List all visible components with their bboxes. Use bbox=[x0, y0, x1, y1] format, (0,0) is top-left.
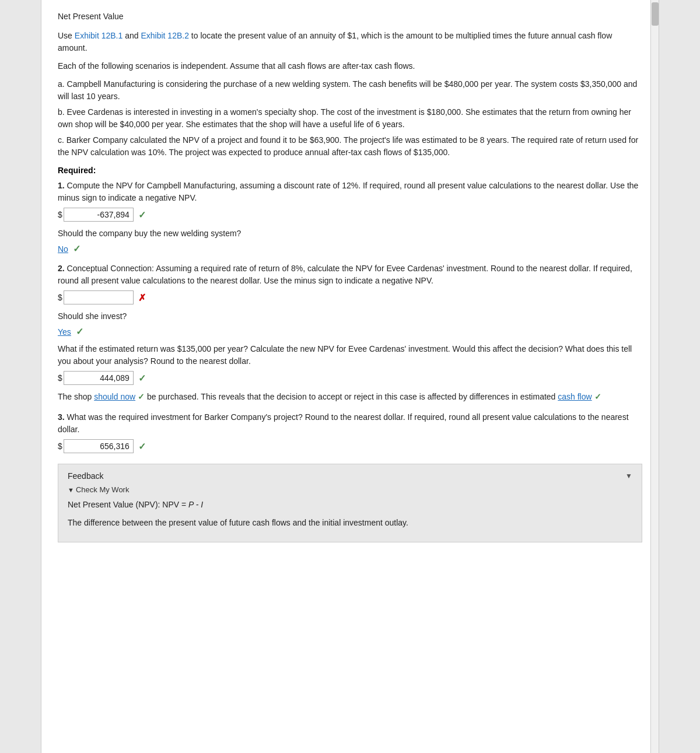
feedback-box: Feedback ▼ Check My Work Net Present Val… bbox=[58, 464, 642, 542]
q2-subq-check: ✓ bbox=[138, 373, 146, 384]
q3-check-icon: ✓ bbox=[138, 441, 146, 452]
scenario-c: c. Barker Company calculated the NPV of … bbox=[58, 134, 642, 159]
required-label: Required: bbox=[58, 166, 642, 175]
q1-answer-input[interactable] bbox=[64, 208, 134, 222]
q2-subq-input-row: $ ✓ bbox=[58, 371, 642, 385]
q1-input-row: $ ✓ bbox=[58, 208, 642, 222]
exhibit1-link[interactable]: Exhibit 12B.1 bbox=[75, 31, 123, 40]
feedback-collapse-icon[interactable]: ▼ bbox=[625, 472, 632, 480]
feedback-title: Feedback bbox=[68, 471, 103, 481]
q2-followup-answer[interactable]: Yes bbox=[58, 327, 71, 337]
q1-followup-answer-row: No ✓ bbox=[58, 243, 642, 254]
page-container: Net Present Value Use Exhibit 12B.1 and … bbox=[41, 0, 659, 753]
q2-followup-answer-row: Yes ✓ bbox=[58, 326, 642, 337]
question-3-block: 3. What was the required investment for … bbox=[58, 411, 642, 453]
q3-dollar: $ bbox=[58, 442, 62, 451]
feedback-line1: Net Present Value (NPV): NPV = P - I bbox=[68, 499, 632, 511]
exhibit2-link[interactable]: Exhibit 12B.2 bbox=[141, 31, 189, 40]
q2-narrative: The shop should now✓ be purchased. This … bbox=[58, 391, 642, 403]
question-2-block: 2. Conceptual Connection: Assuming a req… bbox=[58, 262, 642, 403]
q2-narrative1: The shop bbox=[58, 392, 94, 401]
question-1-block: 1. Compute the NPV for Campbell Manufact… bbox=[58, 180, 642, 254]
feedback-formula: P - I bbox=[188, 500, 203, 509]
q2-inline-check2: ✓ bbox=[594, 392, 601, 401]
scrollbar-thumb[interactable] bbox=[652, 2, 659, 26]
q2-subq-text: What if the estimated return was $135,00… bbox=[58, 343, 642, 367]
q1-check-icon: ✓ bbox=[138, 209, 146, 220]
q2-inline-check1: ✓ bbox=[138, 392, 145, 401]
feedback-header: Feedback ▼ bbox=[68, 471, 632, 481]
and-text: and bbox=[123, 31, 141, 40]
scrollbar[interactable] bbox=[650, 0, 659, 753]
q2-content: Conceptual Connection: Assuming a requir… bbox=[58, 264, 632, 285]
q2-followup-check: ✓ bbox=[76, 326, 83, 337]
q2-inline-answer2[interactable]: cash flow bbox=[558, 392, 592, 401]
q2-answer-input[interactable] bbox=[64, 290, 134, 304]
q1-followup-answer[interactable]: No bbox=[58, 244, 68, 254]
q2-inline-answer1[interactable]: should now bbox=[94, 392, 135, 401]
q2-narrative2: be purchased. This reveals that the deci… bbox=[145, 392, 558, 401]
q2-subq-dollar: $ bbox=[58, 373, 62, 383]
q3-number: 3. bbox=[58, 412, 65, 422]
q1-number: 1. bbox=[58, 181, 65, 190]
q1-text: 1. Compute the NPV for Campbell Manufact… bbox=[58, 180, 642, 204]
page-title: Net Present Value bbox=[58, 10, 642, 23]
scenario-a: a. Campbell Manufacturing is considering… bbox=[58, 78, 642, 103]
q2-input-row: $ ✗ bbox=[58, 290, 642, 304]
feedback-line1-text: Net Present Value (NPV): NPV = bbox=[68, 500, 188, 509]
scenario-b: b. Evee Cardenas is interested in invest… bbox=[58, 106, 642, 131]
feedback-content: Net Present Value (NPV): NPV = P - I The… bbox=[68, 499, 632, 529]
q2-text: 2. Conceptual Connection: Assuming a req… bbox=[58, 262, 642, 287]
q2-followup-text: Should she invest? bbox=[58, 310, 642, 323]
q2-number: 2. bbox=[58, 264, 65, 273]
intro-paragraph: Use Exhibit 12B.1 and Exhibit 12B.2 to l… bbox=[58, 30, 642, 54]
intro-text-1: Use bbox=[58, 31, 75, 40]
feedback-line2: The difference between the present value… bbox=[68, 517, 632, 529]
check-my-work[interactable]: Check My Work bbox=[68, 485, 632, 494]
q3-text: 3. What was the required investment for … bbox=[58, 411, 642, 436]
q1-dollar: $ bbox=[58, 210, 62, 219]
q3-content: What was the required investment for Bar… bbox=[58, 412, 629, 434]
q2-x-icon: ✗ bbox=[138, 292, 146, 303]
intro-3: Each of the following scenarios is indep… bbox=[58, 60, 642, 72]
q3-answer-input[interactable] bbox=[64, 439, 134, 453]
q1-content: Compute the NPV for Campbell Manufacturi… bbox=[58, 181, 638, 202]
q2-subq-answer-input[interactable] bbox=[64, 371, 134, 385]
q1-followup-text: Should the company buy the new welding s… bbox=[58, 227, 642, 240]
q1-followup-check: ✓ bbox=[73, 243, 80, 254]
q3-input-row: $ ✓ bbox=[58, 439, 642, 453]
q2-dollar: $ bbox=[58, 293, 62, 302]
scenarios: a. Campbell Manufacturing is considering… bbox=[58, 78, 642, 159]
